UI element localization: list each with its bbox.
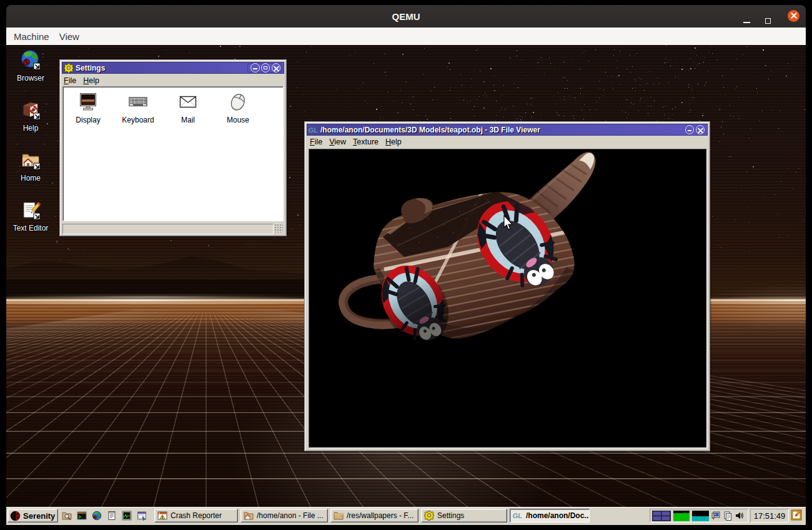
svg-text:GL: GL: [513, 512, 523, 519]
svg-text:GL: GL: [309, 126, 319, 134]
